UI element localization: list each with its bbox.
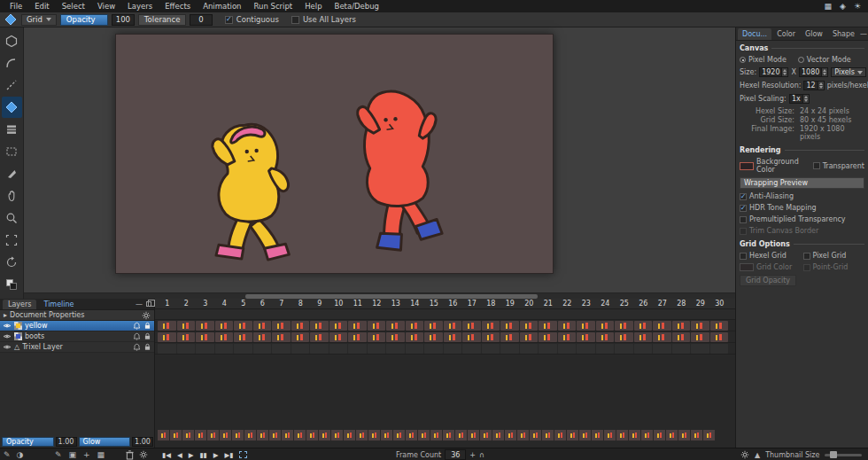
frame-cell[interactable] <box>158 332 176 342</box>
stepper-icon[interactable] <box>781 68 787 76</box>
frame-cell[interactable] <box>615 332 633 342</box>
preview-cell[interactable] <box>207 430 219 441</box>
frame-cell[interactable] <box>386 321 405 331</box>
frame-cell[interactable] <box>615 321 633 331</box>
frame-cell[interactable] <box>634 344 653 354</box>
preview-cell[interactable] <box>319 430 330 441</box>
pause-icon[interactable]: ▮▮ <box>199 451 206 459</box>
skip-end-icon[interactable]: ▶▮ <box>225 451 234 459</box>
grid-color-swatch[interactable] <box>740 263 754 271</box>
minimize-icon[interactable]: — <box>136 300 143 308</box>
preview-cell[interactable] <box>232 430 244 441</box>
brush-icon[interactable]: ✎ <box>4 450 11 459</box>
frame-number[interactable]: 18 <box>482 300 501 308</box>
preview-cell[interactable] <box>530 430 541 441</box>
frame-count-input[interactable] <box>445 449 466 460</box>
frame-cell[interactable] <box>710 332 729 342</box>
preview-cell[interactable] <box>678 430 690 441</box>
frame-cell[interactable] <box>368 332 386 342</box>
frame-cell[interactable] <box>291 344 310 354</box>
frame-number[interactable]: 16 <box>444 300 463 308</box>
preview-cell[interactable] <box>393 430 405 441</box>
minimize-icon[interactable]: — <box>860 30 867 38</box>
frame-cell[interactable] <box>215 332 234 342</box>
tab-glow[interactable]: Glow <box>801 28 827 40</box>
frame-cell[interactable] <box>596 332 615 342</box>
frame-cell[interactable] <box>291 321 310 331</box>
preview-cell[interactable] <box>468 430 479 441</box>
background-color-swatch[interactable] <box>740 162 754 170</box>
eye-icon[interactable] <box>3 323 12 329</box>
frame-cell[interactable] <box>406 344 424 354</box>
opacity-slider[interactable]: Opacity <box>60 14 108 26</box>
frame-cell[interactable] <box>406 321 424 331</box>
frame-cell[interactable] <box>310 344 329 354</box>
frame-cell[interactable] <box>577 332 595 342</box>
frame-cell[interactable] <box>634 332 653 342</box>
point-grid-checkbox[interactable]: Point-Grid <box>803 263 865 271</box>
menu-item[interactable]: Run Script <box>248 2 299 11</box>
frame-number[interactable]: 3 <box>196 300 215 308</box>
lock-icon[interactable] <box>143 332 151 340</box>
frame-cell[interactable] <box>444 332 462 342</box>
horizontal-scrollbar[interactable] <box>24 292 735 299</box>
pixel-grid-checkbox[interactable]: Pixel Grid <box>803 252 865 260</box>
preview-cell[interactable] <box>381 430 392 441</box>
frame-cell[interactable] <box>253 332 272 342</box>
frame-cell[interactable] <box>348 332 367 342</box>
crop-tool[interactable] <box>2 230 22 251</box>
tab-timeline[interactable]: Timeline <box>38 300 79 309</box>
preview-cell[interactable] <box>430 430 442 441</box>
add-frame-icon[interactable]: + <box>469 451 476 459</box>
preview-cell[interactable] <box>505 430 516 441</box>
frame-cell[interactable] <box>462 332 481 342</box>
marquee-select-tool[interactable] <box>2 141 22 162</box>
frame-cell[interactable] <box>348 321 367 331</box>
frame-cell[interactable] <box>424 344 443 354</box>
layer-opacity-slider[interactable]: Opacity <box>2 437 54 447</box>
frame-cell[interactable] <box>196 332 214 342</box>
units-dropdown[interactable]: Pixels <box>831 67 866 77</box>
menu-item[interactable]: Animation <box>197 2 247 11</box>
preview-cell[interactable] <box>269 430 281 441</box>
frame-cell[interactable] <box>424 332 443 342</box>
use-all-layers-checkbox[interactable]: Use All Layers <box>291 15 356 24</box>
menu-item[interactable]: View <box>91 2 121 11</box>
frame-cell[interactable] <box>348 344 367 354</box>
frame-cell[interactable] <box>653 321 671 331</box>
frame-number[interactable]: 6 <box>253 300 273 308</box>
frame-cell[interactable] <box>424 321 443 331</box>
preview-cell[interactable] <box>406 430 417 441</box>
alarm-icon[interactable] <box>133 332 141 340</box>
timeline-ruler[interactable]: 1234567891011121314151617181920212223242… <box>155 299 735 309</box>
frame-cell[interactable] <box>500 332 519 342</box>
frame-number[interactable]: 15 <box>424 300 444 308</box>
layer-row-trixel[interactable]: △ Trixel Layer <box>0 342 154 353</box>
frame-cell[interactable] <box>558 332 577 342</box>
menu-item[interactable]: Edit <box>28 2 55 11</box>
hexel-resolution-input[interactable]: 12 <box>803 81 824 90</box>
lock-icon[interactable] <box>143 343 151 351</box>
menu-item[interactable]: Layers <box>121 2 159 11</box>
opacity-input[interactable] <box>112 14 135 26</box>
color-swatches-tool[interactable] <box>2 274 22 295</box>
frame-number[interactable]: 9 <box>310 300 329 308</box>
preview-cell[interactable] <box>703 430 715 441</box>
preview-cell[interactable] <box>418 430 430 441</box>
stepper-icon[interactable] <box>818 82 824 90</box>
frame-number[interactable]: 28 <box>672 300 692 308</box>
document-properties-row[interactable]: ▸ Document Properties <box>0 310 154 321</box>
step-back-icon[interactable]: ◀ <box>177 451 182 459</box>
play-icon[interactable]: ▶ <box>189 451 194 459</box>
preview-cell[interactable] <box>691 430 702 441</box>
frame-number[interactable]: 7 <box>272 300 291 308</box>
frame-number[interactable]: 20 <box>520 300 539 308</box>
preview-cell[interactable] <box>579 430 591 441</box>
frame-cell[interactable] <box>615 344 633 354</box>
frame-cell[interactable] <box>500 344 519 354</box>
vector-mode-radio[interactable]: Vector Mode <box>798 56 851 64</box>
frame-cell[interactable] <box>291 332 310 342</box>
thumbnail-size-slider[interactable] <box>825 454 862 456</box>
curve-tool[interactable] <box>2 52 22 74</box>
menu-item[interactable]: Help <box>298 2 328 11</box>
